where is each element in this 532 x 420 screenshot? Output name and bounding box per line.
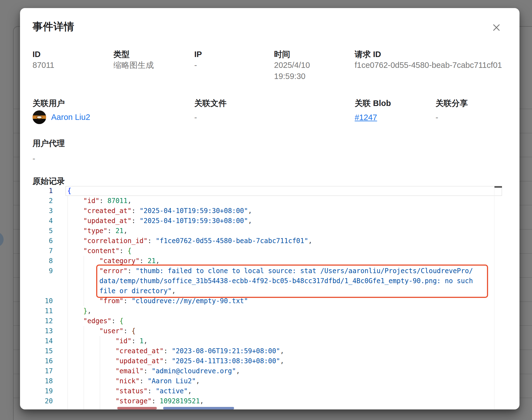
field-time: 时间 2025/4/10 19:59:30 <box>274 50 338 82</box>
code-row: 3 "created_at": "2025-04-10T19:59:30+08:… <box>33 206 503 216</box>
code-row: 15 "created_at": "2023-08-06T19:21:59+08… <box>33 346 503 356</box>
field-value: - <box>33 153 65 164</box>
clipped-line-fragment <box>117 407 157 409</box>
code-row: 4 "updated_at": "2025-04-10T19:59:30+08:… <box>33 216 503 226</box>
code-row: 20 "storage": 1092819521, <box>33 396 503 406</box>
field-request-id: 请求 ID f1ce0762-0d55-4580-beab-7cabc711cf… <box>355 50 502 71</box>
field-id: ID 87011 <box>33 50 54 71</box>
field-value: 87011 <box>33 60 54 71</box>
close-icon <box>492 23 501 32</box>
dialog-title: 事件详情 <box>33 20 74 34</box>
field-label: 关联文件 <box>194 99 227 108</box>
field-label: 关联 Blob <box>355 99 391 108</box>
raw-record-section: 原始记录 <box>33 177 65 186</box>
field-related-share: 关联分享 - <box>436 99 468 123</box>
field-label: 用户代理 <box>33 139 65 148</box>
field-label: 关联用户 <box>33 99 90 108</box>
code-row: 2 "id": 87011, <box>33 196 503 206</box>
code-row: 9 "error": "thumb: failed to clone to lo… <box>33 266 503 276</box>
field-label: 类型 <box>113 50 154 59</box>
user-avatar[interactable] <box>33 110 46 124</box>
code-row: 17 "email": "admin@cloudreve.org", <box>33 366 503 376</box>
field-label: 请求 ID <box>355 50 502 59</box>
code-row: 12 "edges": { <box>33 316 503 326</box>
field-value: 2025/4/10 19:59:30 <box>274 60 338 82</box>
raw-record-code-editor[interactable]: 1{2 "id": 87011,3 "created_at": "2025-04… <box>33 186 503 409</box>
field-label: 时间 <box>274 50 338 59</box>
background-fab <box>0 232 4 247</box>
field-related-user: 关联用户 Aaron Liu2 <box>33 99 90 124</box>
code-lines: 1{2 "id": 87011,3 "created_at": "2025-04… <box>33 186 503 406</box>
code-row: 7 "content": { <box>33 246 503 256</box>
code-row: 19 "status": "active", <box>33 386 503 396</box>
field-value: 缩略图生成 <box>113 60 154 71</box>
event-details-dialog: 事件详情 ID 87011 类型 缩略图生成 IP - 时间 2025/4/10… <box>20 8 519 409</box>
code-row: 5 "type": 21, <box>33 226 503 236</box>
raw-record-label: 原始记录 <box>33 177 65 186</box>
field-related-file: 关联文件 - <box>194 99 227 123</box>
field-value: - <box>436 112 468 123</box>
code-row: 13 "user": { <box>33 326 503 336</box>
related-blob-link[interactable]: #1247 <box>355 113 377 122</box>
field-value: f1ce0762-0d55-4580-beab-7cabc711cf01 <box>355 60 502 71</box>
code-row: 8 "category": 21, <box>33 256 503 266</box>
code-row: 6 "correlation_id": "f1ce0762-0d55-4580-… <box>33 236 503 246</box>
field-type: 类型 缩略图生成 <box>113 50 154 71</box>
field-user-agent: 用户代理 - <box>33 139 65 164</box>
code-row: 1{ <box>33 186 503 196</box>
field-value: - <box>194 60 202 71</box>
close-button[interactable] <box>489 20 504 35</box>
field-related-blob: 关联 Blob #1247 <box>355 99 391 123</box>
code-row: 14 "id": 1, <box>33 336 503 346</box>
code-row: 11 }, <box>33 306 503 316</box>
code-row: data/temp/thumb/soffice_31b54438-ecbb-4f… <box>33 276 503 286</box>
field-ip: IP - <box>194 50 202 71</box>
code-row: 18 "nick": "Aaron Liu2", <box>33 376 503 386</box>
field-value: - <box>194 112 227 123</box>
code-row: file or directory", <box>33 286 503 296</box>
editor-scrollbar-track <box>494 186 494 409</box>
code-row: 16 "updated_at": "2025-04-11T13:08:30+08… <box>33 356 503 366</box>
field-label: IP <box>194 50 202 59</box>
editor-scrollbar-thumb[interactable] <box>494 186 502 188</box>
code-row: 10 "from": "cloudreve://my/empty-90.txt" <box>33 296 503 306</box>
field-label: 关联分享 <box>436 99 468 108</box>
clipped-line-fragment <box>163 407 234 409</box>
related-user-link[interactable]: Aaron Liu2 <box>51 113 90 122</box>
field-label: ID <box>33 50 54 59</box>
